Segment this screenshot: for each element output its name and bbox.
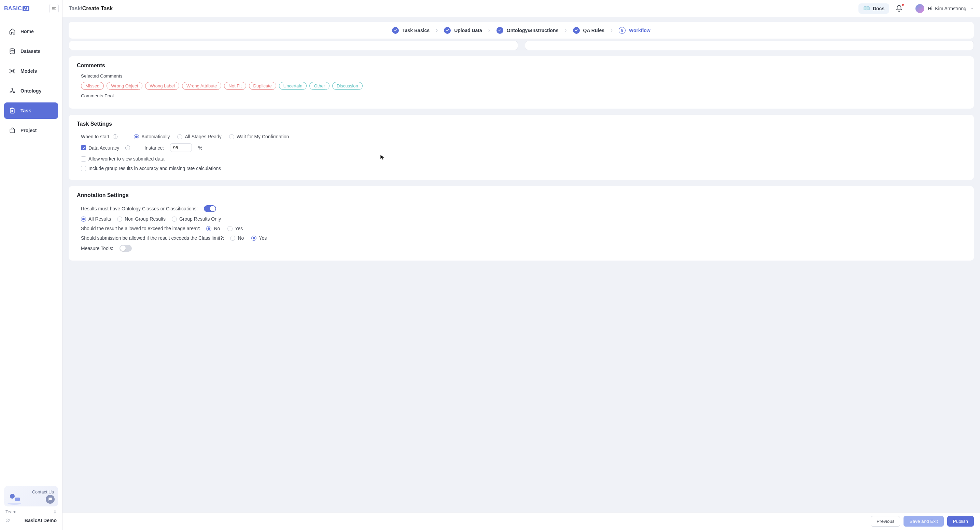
comment-tag-uncertain[interactable]: Uncertain [279, 82, 307, 90]
sidebar-collapse-button[interactable] [49, 4, 59, 13]
comment-tag-wrong-object[interactable]: Wrong Object [107, 82, 142, 90]
when-to-start-option-automatically[interactable]: Automatically [134, 134, 170, 139]
radio-label: Group Results Only [179, 216, 221, 222]
radio-label: Yes [235, 226, 243, 231]
brand-name: BASIC [4, 5, 22, 12]
team-name: BasicAI Demo [25, 518, 57, 523]
radio-label: Non-Group Results [125, 216, 165, 222]
bell-icon [895, 5, 903, 12]
radio-label: No [238, 235, 244, 241]
notifications-button[interactable] [895, 5, 903, 12]
save-and-exit-button[interactable]: Save and Exit [904, 516, 943, 527]
sidebar-item-datasets[interactable]: Datasets [4, 43, 58, 59]
info-icon[interactable]: i [125, 145, 130, 150]
exceed-class-option-yes[interactable]: Yes [251, 235, 267, 241]
user-menu[interactable]: Hi, Kim Armstrong [915, 4, 974, 13]
comment-tag-not-fit[interactable]: Not Fit [224, 82, 246, 90]
comment-tag-missed[interactable]: Missed [81, 82, 104, 90]
data-accuracy-checkbox[interactable]: Data Accuracy [81, 145, 119, 151]
datasets-icon [9, 48, 16, 55]
step-ontology-instructions[interactable]: Ontology&Instructions [490, 27, 565, 34]
stepper: Task Basics›Upload Data›Ontology&Instruc… [68, 22, 974, 38]
docs-button[interactable]: Docs [858, 3, 889, 14]
sidebar: BASIC AI HomeDatasetsModelsOntologyTaskP… [0, 0, 62, 530]
chevron-down-icon [970, 6, 974, 11]
user-greeting: Hi, Kim Armstrong [928, 6, 966, 11]
svg-rect-10 [10, 129, 14, 133]
allow-worker-label: Allow worker to view submitted data [88, 156, 165, 162]
step-workflow[interactable]: 5Workflow [612, 27, 657, 34]
breadcrumb: Task/Create Task [68, 5, 113, 12]
exceed-area-option-no[interactable]: No [206, 226, 220, 231]
step-qa-rules[interactable]: QA Rules [567, 27, 611, 34]
comment-tag-discussion[interactable]: Discussion [332, 82, 363, 90]
step-badge [392, 27, 399, 34]
step-label: Task Basics [402, 28, 430, 33]
include-group-checkbox[interactable]: Include group results in accuracy and mi… [81, 166, 221, 171]
radio-dot [228, 226, 232, 231]
publish-button[interactable]: Publish [947, 516, 974, 527]
radio-label: Wait for My Confirmation [237, 134, 289, 139]
annotation-settings-title: Annotation Settings [77, 192, 966, 198]
sidebar-item-label: Project [21, 128, 37, 133]
task-icon [9, 107, 16, 114]
svg-rect-13 [15, 498, 20, 501]
radio-label: No [214, 226, 220, 231]
step-task-basics[interactable]: Task Basics [386, 27, 436, 34]
scope-option-group-results-only[interactable]: Group Results Only [172, 216, 221, 222]
sidebar-item-home[interactable]: Home [4, 23, 58, 40]
comment-tag-duplicate[interactable]: Duplicate [249, 82, 276, 90]
scope-option-non-group-results[interactable]: Non-Group Results [117, 216, 165, 222]
card-stub-left [68, 41, 518, 50]
measure-tools-toggle[interactable] [119, 245, 132, 251]
previous-button[interactable]: Previous [871, 516, 900, 527]
comment-tag-wrong-label[interactable]: Wrong Label [145, 82, 179, 90]
project-icon [9, 127, 16, 134]
footer-bar: Previous Save and Exit Publish [62, 512, 980, 530]
exceed-class-option-no[interactable]: No [230, 235, 244, 241]
sidebar-item-project[interactable]: Project [4, 122, 58, 138]
when-to-start-option-wait-for-my-confirmation[interactable]: Wait for My Confirmation [229, 134, 289, 139]
comment-tag-wrong-attribute[interactable]: Wrong Attribute [182, 82, 221, 90]
contact-us-card[interactable]: Contact Us [4, 486, 58, 506]
radio-label: Automatically [142, 134, 170, 139]
contact-us-label: Contact Us [32, 489, 54, 495]
scope-option-all-results[interactable]: All Results [81, 216, 111, 222]
team-switcher[interactable]: Team [4, 506, 58, 516]
radio-label: Yes [259, 235, 267, 241]
updown-icon [53, 509, 57, 514]
sidebar-item-label: Task [21, 108, 31, 113]
content-scroll[interactable]: Comments Selected Comments MissedWrong O… [62, 38, 980, 530]
exceed-area-label: Should the result be allowed to exceed t… [81, 226, 200, 231]
sidebar-item-models[interactable]: Models [4, 63, 58, 79]
comment-tag-other[interactable]: Other [309, 82, 329, 90]
sidebar-item-task[interactable]: Task [4, 102, 58, 119]
instance-input[interactable] [170, 143, 192, 152]
home-icon [9, 28, 16, 35]
exceed-area-option-yes[interactable]: Yes [228, 226, 243, 231]
results-require-toggle[interactable] [204, 205, 216, 212]
chat-bubble-icon[interactable] [46, 495, 55, 504]
data-accuracy-label: Data Accuracy [88, 145, 119, 151]
team-current[interactable]: BasicAI Demo [4, 516, 58, 526]
step-upload-data[interactable]: Upload Data [438, 27, 488, 34]
sidebar-nav: HomeDatasetsModelsOntologyTaskProject [0, 17, 62, 482]
task-settings-panel: Task Settings When to start: i Automatic… [68, 115, 974, 180]
card-stub-right [525, 41, 974, 50]
info-icon[interactable]: i [113, 134, 118, 139]
ontology-icon [9, 88, 16, 94]
step-label: Ontology&Instructions [507, 28, 558, 33]
contact-illustration [6, 492, 22, 505]
measure-tools-label: Measure Tools: [81, 245, 113, 251]
when-to-start-option-all-stages-ready[interactable]: All Stages Ready [177, 134, 221, 139]
breadcrumb-parent[interactable]: Task [68, 5, 81, 11]
sidebar-item-ontology[interactable]: Ontology [4, 83, 58, 99]
svg-point-11 [8, 503, 21, 505]
when-to-start-label: When to start: i [81, 134, 118, 139]
step-badge [444, 27, 451, 34]
svg-point-14 [7, 519, 8, 520]
instance-unit: % [198, 145, 202, 151]
results-require-label: Results must have Ontology Classes or Cl… [81, 206, 198, 212]
brand-logo[interactable]: BASIC AI [4, 5, 29, 12]
allow-worker-checkbox[interactable]: Allow worker to view submitted data [81, 156, 165, 162]
